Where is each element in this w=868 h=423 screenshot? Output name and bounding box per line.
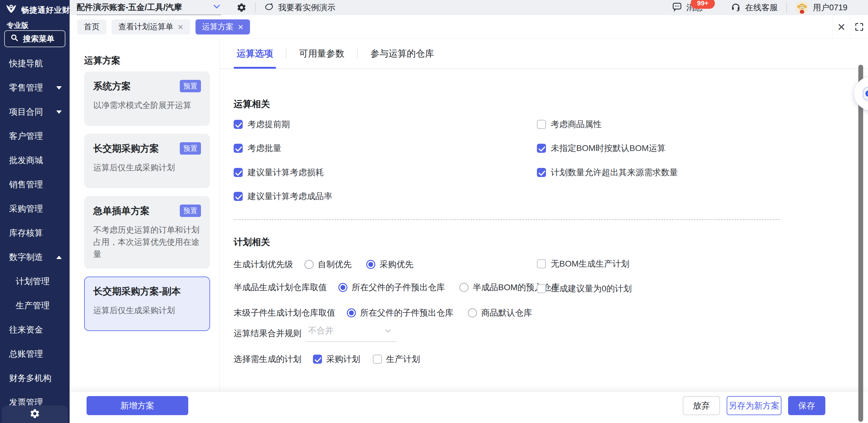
merge-rule-select[interactable]: 不合并	[306, 325, 397, 342]
checkbox[interactable]	[537, 259, 546, 268]
save-button[interactable]: 保存	[788, 396, 825, 415]
sidebar-item-digital-manufacturing[interactable]: 数字制造	[0, 245, 70, 269]
scheme-card-system[interactable]: 系统方案 预置 以净需求模式全阶展开运算	[84, 71, 210, 126]
checkbox-consider-leadtime[interactable]: 考虑提前期	[234, 118, 290, 130]
close-icon[interactable]: ×	[238, 22, 244, 32]
checkbox-label: 生成建议量为0的计划	[551, 283, 632, 294]
checkbox-label: 建议量计算考虑损耗	[248, 167, 324, 178]
sidebar-item-label: 销售管理	[9, 179, 43, 190]
scheme-card-rush-order[interactable]: 急单插单方案 预置 不考虑历史运算的订单和计划占用，本次运算优先使用在途量	[84, 196, 210, 269]
chevron-down-icon	[212, 2, 221, 13]
checkbox-default-bom[interactable]: 未指定BOM时按默认BOM运算	[537, 142, 666, 154]
demo-icon	[264, 2, 274, 13]
scheme-card-desc: 不考虑历史运算的订单和计划占用，本次运算优先使用在途量	[93, 224, 201, 260]
sidebar-item-retail[interactable]: 零售管理	[0, 76, 70, 100]
save-as-new-scheme-button[interactable]: 另存为新方案	[727, 396, 781, 415]
checkbox[interactable]	[234, 120, 243, 129]
checkbox-consider-product-attr[interactable]: 考虑商品属性	[537, 118, 602, 130]
checkbox[interactable]	[234, 168, 243, 177]
radio-dot[interactable]	[459, 283, 468, 292]
sidebar-item-label: 零售管理	[9, 82, 43, 94]
discard-button[interactable]: 放弃	[683, 396, 720, 415]
sidebar-item-production-management[interactable]: 生产管理	[0, 293, 70, 318]
avatar[interactable]	[795, 1, 809, 14]
sidebar-settings-button[interactable]	[2, 405, 68, 423]
demo-link[interactable]: 我要看实例演示	[264, 2, 335, 13]
menu-search-input[interactable]: 搜索菜单	[4, 30, 65, 47]
sidebar-item-funds[interactable]: 往来资金	[0, 318, 70, 342]
support-label: 在线客服	[745, 2, 778, 13]
fullscreen-button[interactable]	[850, 15, 868, 39]
checkbox-exceed-source-demand[interactable]: 计划数量允许超出其来源需求数量	[537, 166, 678, 178]
tab-home[interactable]: 首页	[77, 19, 106, 34]
checkbox-suggest-loss[interactable]: 建议量计算考虑损耗	[234, 166, 324, 178]
close-icon[interactable]: ×	[178, 22, 183, 32]
sidebar-item-inventory[interactable]: 库存核算	[0, 221, 70, 245]
sidebar-item-sales[interactable]: 销售管理	[0, 172, 70, 197]
sidebar-item-purchase[interactable]: 采购管理	[0, 197, 70, 221]
sidebar-item-plan-management[interactable]: 计划管理	[0, 269, 70, 293]
checkbox[interactable]	[537, 144, 546, 153]
radio-product-default-warehouse[interactable]: 商品默认仓库	[468, 307, 532, 319]
checkbox[interactable]	[537, 120, 546, 129]
sidebar-item-wholesale-mall[interactable]: 批发商城	[0, 148, 70, 172]
tab-calc-scheme[interactable]: 运算方案 ×	[195, 19, 250, 34]
messages-button[interactable]: 消息 99+	[672, 1, 703, 14]
radio-dot[interactable]	[305, 260, 314, 269]
radio-purchase-first[interactable]: 采购优先	[366, 259, 413, 270]
checkbox-production-plan[interactable]: 生产计划	[373, 353, 420, 365]
preset-badge: 预置	[180, 142, 201, 155]
settings-gear-button[interactable]	[236, 2, 247, 13]
tab-availability-params[interactable]: 可用量参数	[299, 38, 344, 69]
support-button[interactable]: 在线客服	[731, 1, 778, 14]
checkbox-consider-batch[interactable]: 考虑批量	[234, 142, 281, 154]
sidebar-item-project-contract[interactable]: 项目合同	[0, 100, 70, 124]
tab-participating-warehouses[interactable]: 参与运算的仓库	[370, 38, 434, 69]
sidebar-item-label: 往来资金	[9, 324, 43, 335]
close-icon: ×	[837, 20, 845, 34]
scheme-card-title: 长交期采购方案-副本	[93, 285, 181, 298]
demo-label: 我要看实例演示	[278, 2, 335, 13]
radio-label: 采购优先	[379, 259, 413, 270]
checkbox[interactable]	[373, 355, 382, 364]
add-scheme-button[interactable]: 新增方案	[87, 396, 188, 415]
preset-badge: 预置	[180, 204, 201, 217]
radio-dot[interactable]	[468, 308, 477, 317]
checkbox[interactable]	[537, 168, 546, 177]
tab-calc-options[interactable]: 运算选项	[237, 38, 273, 69]
scheme-detail: 运算选项 可用量参数 参与运算的仓库 运算相关 考虑提前期 考虑批量 建议量计算…	[220, 39, 868, 392]
sidebar-item-customer[interactable]: 客户管理	[0, 124, 70, 148]
checkbox-suggest-yield[interactable]: 建议量计算考虑成品率	[234, 190, 332, 202]
row-label: 末级子件生成计划仓库取值	[234, 307, 335, 319]
radio-dot[interactable]	[338, 283, 347, 292]
scheme-card-long-leadtime-copy[interactable]: 长交期采购方案-副本 运算后仅生成采购计划	[84, 276, 210, 331]
radio-self-made-first[interactable]: 自制优先	[305, 259, 352, 270]
footer-actions: 放弃 另存为新方案 保存	[683, 396, 825, 415]
radio-dot[interactable]	[347, 308, 356, 317]
radio-parent-child-outbound-warehouse[interactable]: 所在父件的子件预出仓库	[338, 282, 445, 293]
checkbox[interactable]	[537, 284, 546, 293]
account-switcher[interactable]: 配件演示账套-五金/工具/汽摩	[76, 0, 221, 15]
tab-label: 运算选项	[237, 47, 273, 60]
row-generate-plans: 选择需生成的计划 采购计划 生产计划	[234, 353, 433, 366]
sidebar-item-general-ledger[interactable]: 总账管理	[0, 342, 70, 366]
sidebar-item-label: 库存核算	[9, 227, 43, 239]
sidebar-item-finance-multi-org[interactable]: 财务多机构	[0, 366, 70, 390]
checkbox-no-bom-production-plan[interactable]: 无BOM生成生产计划	[537, 258, 629, 270]
radio-label: 自制优先	[318, 259, 352, 270]
scheme-card-long-leadtime[interactable]: 长交期采购方案 预置 运算后仅生成采购计划	[84, 134, 210, 188]
radio-dot[interactable]	[366, 260, 375, 269]
checkbox-purchase-plan[interactable]: 采购计划	[313, 353, 360, 365]
checkbox[interactable]	[313, 355, 322, 364]
sidebar-item-quick-nav[interactable]: 快捷导航	[0, 52, 70, 76]
checkbox[interactable]	[234, 192, 243, 201]
vertical-scrollbar[interactable]	[858, 65, 863, 422]
radio-parent-child-outbound-warehouse[interactable]: 所在父件的子件预出仓库	[347, 307, 453, 319]
checkbox-generate-zero-suggest[interactable]: 生成建议量为0的计划	[537, 283, 632, 295]
close-page-button[interactable]: ×	[833, 15, 850, 39]
checkbox[interactable]	[234, 144, 243, 153]
search-placeholder: 搜索菜单	[23, 34, 55, 44]
checkbox-label: 采购计划	[326, 353, 360, 365]
tab-label: 可用量参数	[299, 47, 344, 60]
tab-view-plan-calc-order[interactable]: 查看计划运算单 ×	[112, 19, 190, 34]
